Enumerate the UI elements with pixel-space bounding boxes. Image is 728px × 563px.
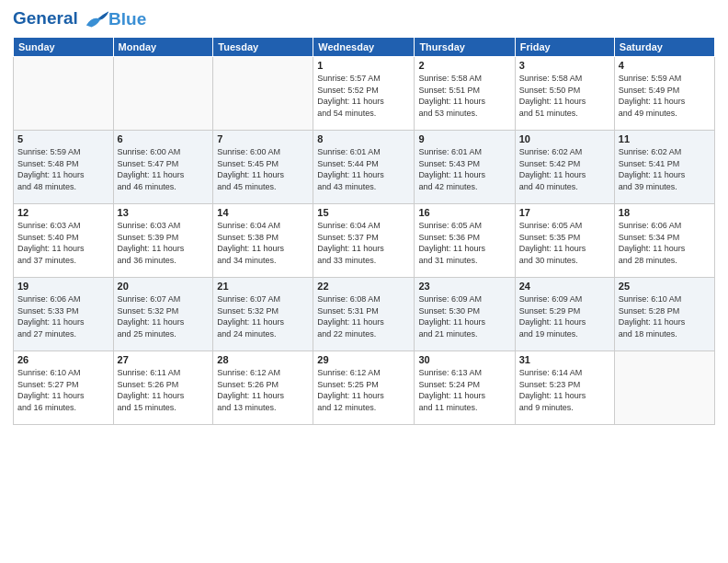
day-info: Sunrise: 6:06 AMSunset: 5:33 PMDaylight:… [17, 293, 109, 339]
day-number: 2 [418, 60, 510, 71]
day-number: 12 [17, 207, 109, 218]
day-info: Sunrise: 6:06 AMSunset: 5:34 PMDaylight:… [619, 220, 711, 266]
day-number: 25 [619, 281, 711, 292]
calendar-week-5: 26Sunrise: 6:10 AMSunset: 5:27 PMDayligh… [14, 351, 715, 425]
logo-bird-icon [85, 9, 110, 29]
logo: General Blue [13, 9, 146, 29]
calendar-table: SundayMondayTuesdayWednesdayThursdayFrid… [13, 37, 715, 425]
logo-blue: Blue [108, 10, 146, 29]
calendar-cell: 15Sunrise: 6:04 AMSunset: 5:37 PMDayligh… [313, 204, 415, 278]
day-info: Sunrise: 6:02 AMSunset: 5:42 PMDaylight:… [519, 146, 610, 192]
day-number: 14 [217, 207, 309, 218]
day-number: 4 [619, 60, 711, 71]
calendar-cell: 26Sunrise: 6:10 AMSunset: 5:27 PMDayligh… [14, 351, 114, 425]
day-number: 16 [418, 207, 510, 218]
calendar-cell: 19Sunrise: 6:06 AMSunset: 5:33 PMDayligh… [14, 278, 114, 351]
day-number: 15 [317, 207, 410, 218]
day-info: Sunrise: 6:11 AMSunset: 5:26 PMDaylight:… [118, 367, 210, 413]
weekday-header-thursday: Thursday [415, 38, 515, 57]
day-number: 5 [17, 133, 109, 144]
calendar-cell: 14Sunrise: 6:04 AMSunset: 5:38 PMDayligh… [213, 204, 313, 278]
calendar-body: 1Sunrise: 5:57 AMSunset: 5:52 PMDaylight… [14, 57, 715, 425]
day-info: Sunrise: 6:10 AMSunset: 5:28 PMDaylight:… [619, 293, 711, 339]
day-number: 17 [519, 207, 610, 218]
day-info: Sunrise: 6:01 AMSunset: 5:44 PMDaylight:… [317, 146, 410, 192]
day-number: 6 [118, 133, 210, 144]
calendar-cell: 17Sunrise: 6:05 AMSunset: 5:35 PMDayligh… [515, 204, 614, 278]
day-number: 19 [17, 281, 109, 292]
day-info: Sunrise: 6:12 AMSunset: 5:26 PMDaylight:… [217, 367, 309, 413]
calendar-week-1: 1Sunrise: 5:57 AMSunset: 5:52 PMDaylight… [14, 57, 715, 131]
day-info: Sunrise: 6:03 AMSunset: 5:39 PMDaylight:… [118, 220, 210, 266]
calendar-cell: 30Sunrise: 6:13 AMSunset: 5:24 PMDayligh… [415, 351, 515, 425]
day-number: 23 [418, 281, 510, 292]
calendar-cell: 4Sunrise: 5:59 AMSunset: 5:49 PMDaylight… [614, 57, 714, 131]
day-number: 10 [519, 133, 610, 144]
calendar-cell: 9Sunrise: 6:01 AMSunset: 5:43 PMDaylight… [415, 131, 515, 204]
header: General Blue [13, 9, 715, 29]
page-container: General Blue SundayMondayTuesdayWednesda… [0, 0, 728, 432]
calendar-cell: 20Sunrise: 6:07 AMSunset: 5:32 PMDayligh… [113, 278, 213, 351]
day-info: Sunrise: 5:58 AMSunset: 5:51 PMDaylight:… [418, 73, 510, 119]
day-number: 7 [217, 133, 309, 144]
calendar-cell: 7Sunrise: 6:00 AMSunset: 5:45 PMDaylight… [213, 131, 313, 204]
calendar-cell [14, 57, 114, 131]
day-info: Sunrise: 6:02 AMSunset: 5:41 PMDaylight:… [619, 146, 711, 192]
calendar-cell: 31Sunrise: 6:14 AMSunset: 5:23 PMDayligh… [515, 351, 614, 425]
day-info: Sunrise: 6:04 AMSunset: 5:37 PMDaylight:… [317, 220, 410, 266]
day-number: 9 [418, 133, 510, 144]
weekday-header-monday: Monday [113, 38, 213, 57]
weekday-header-friday: Friday [515, 38, 614, 57]
day-number: 30 [418, 354, 510, 365]
day-info: Sunrise: 5:57 AMSunset: 5:52 PMDaylight:… [317, 73, 410, 119]
calendar-week-4: 19Sunrise: 6:06 AMSunset: 5:33 PMDayligh… [14, 278, 715, 351]
weekday-header-saturday: Saturday [614, 38, 714, 57]
weekday-header-sunday: Sunday [14, 38, 114, 57]
calendar-cell: 12Sunrise: 6:03 AMSunset: 5:40 PMDayligh… [14, 204, 114, 278]
day-number: 24 [519, 281, 610, 292]
day-number: 26 [17, 354, 109, 365]
day-number: 13 [118, 207, 210, 218]
day-info: Sunrise: 6:05 AMSunset: 5:35 PMDaylight:… [519, 220, 610, 266]
day-number: 8 [317, 133, 410, 144]
logo-general: General [13, 8, 78, 28]
weekday-header-tuesday: Tuesday [213, 38, 313, 57]
calendar-cell: 5Sunrise: 5:59 AMSunset: 5:48 PMDaylight… [14, 131, 114, 204]
day-info: Sunrise: 6:10 AMSunset: 5:27 PMDaylight:… [17, 367, 109, 413]
day-info: Sunrise: 6:04 AMSunset: 5:38 PMDaylight:… [217, 220, 309, 266]
day-number: 21 [217, 281, 309, 292]
day-number: 18 [619, 207, 711, 218]
calendar-cell: 10Sunrise: 6:02 AMSunset: 5:42 PMDayligh… [515, 131, 614, 204]
calendar-cell: 25Sunrise: 6:10 AMSunset: 5:28 PMDayligh… [614, 278, 714, 351]
calendar-cell: 6Sunrise: 6:00 AMSunset: 5:47 PMDaylight… [113, 131, 213, 204]
day-info: Sunrise: 6:09 AMSunset: 5:29 PMDaylight:… [519, 293, 610, 339]
calendar-cell: 22Sunrise: 6:08 AMSunset: 5:31 PMDayligh… [313, 278, 415, 351]
weekday-header-wednesday: Wednesday [313, 38, 415, 57]
day-number: 1 [317, 60, 410, 71]
day-number: 11 [619, 133, 711, 144]
calendar-cell: 2Sunrise: 5:58 AMSunset: 5:51 PMDaylight… [415, 57, 515, 131]
day-info: Sunrise: 5:58 AMSunset: 5:50 PMDaylight:… [519, 73, 610, 119]
day-info: Sunrise: 6:14 AMSunset: 5:23 PMDaylight:… [519, 367, 610, 413]
day-number: 3 [519, 60, 610, 71]
day-info: Sunrise: 6:01 AMSunset: 5:43 PMDaylight:… [418, 146, 510, 192]
calendar-cell: 11Sunrise: 6:02 AMSunset: 5:41 PMDayligh… [614, 131, 714, 204]
calendar-cell: 23Sunrise: 6:09 AMSunset: 5:30 PMDayligh… [415, 278, 515, 351]
calendar-cell [614, 351, 714, 425]
day-info: Sunrise: 6:00 AMSunset: 5:47 PMDaylight:… [118, 146, 210, 192]
day-info: Sunrise: 6:05 AMSunset: 5:36 PMDaylight:… [418, 220, 510, 266]
calendar-cell: 29Sunrise: 6:12 AMSunset: 5:25 PMDayligh… [313, 351, 415, 425]
calendar-cell: 24Sunrise: 6:09 AMSunset: 5:29 PMDayligh… [515, 278, 614, 351]
calendar-cell: 21Sunrise: 6:07 AMSunset: 5:32 PMDayligh… [213, 278, 313, 351]
calendar-cell [213, 57, 313, 131]
day-info: Sunrise: 6:12 AMSunset: 5:25 PMDaylight:… [317, 367, 410, 413]
day-number: 22 [317, 281, 410, 292]
calendar-cell: 18Sunrise: 6:06 AMSunset: 5:34 PMDayligh… [614, 204, 714, 278]
calendar-cell: 8Sunrise: 6:01 AMSunset: 5:44 PMDaylight… [313, 131, 415, 204]
calendar-cell [113, 57, 213, 131]
calendar-cell: 13Sunrise: 6:03 AMSunset: 5:39 PMDayligh… [113, 204, 213, 278]
day-info: Sunrise: 6:07 AMSunset: 5:32 PMDaylight:… [118, 293, 210, 339]
calendar-cell: 28Sunrise: 6:12 AMSunset: 5:26 PMDayligh… [213, 351, 313, 425]
calendar-cell: 3Sunrise: 5:58 AMSunset: 5:50 PMDaylight… [515, 57, 614, 131]
day-number: 27 [118, 354, 210, 365]
